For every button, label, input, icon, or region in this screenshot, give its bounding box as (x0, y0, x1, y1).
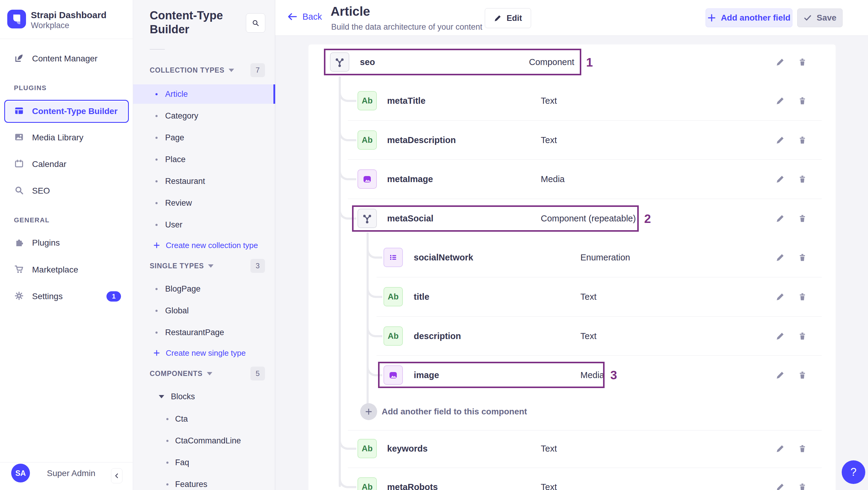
search-icon (14, 185, 24, 196)
edit-field-button[interactable] (774, 251, 786, 264)
pencil-icon (494, 14, 502, 22)
trash-icon (798, 96, 807, 105)
sidebar-item-label: Media Library (32, 133, 84, 143)
text-field-icon: Ab (358, 91, 377, 111)
bullet-icon (155, 115, 158, 117)
edit-field-button[interactable] (774, 442, 786, 455)
field-row-metatitle: Ab metaTitle Text (309, 81, 836, 120)
collection-types-label: COLLECTION TYPES (150, 66, 224, 74)
sidebar-item-review[interactable]: Review (133, 193, 275, 213)
edit-field-button[interactable] (774, 481, 786, 490)
delete-field-button[interactable] (796, 291, 808, 303)
delete-field-button[interactable] (796, 369, 808, 381)
edit-field-button[interactable] (774, 134, 786, 146)
sidebar-item-settings[interactable]: Settings 1 (0, 285, 133, 307)
add-field-to-component-row[interactable]: Add another field to this component (309, 392, 836, 431)
content-type-builder-sidebar: Content-Type Builder COLLECTION TYPES 7 … (133, 0, 275, 490)
edit-field-button[interactable] (774, 173, 786, 185)
sidebar-item-global[interactable]: Global (133, 301, 275, 320)
field-name: title (414, 292, 430, 302)
media-field-icon (358, 170, 377, 189)
create-collection-type-link[interactable]: Create new collection type (133, 236, 275, 255)
edit-field-button[interactable] (774, 291, 786, 303)
sidebar-item-faq[interactable]: Faq (133, 453, 275, 472)
collapse-sidebar-button[interactable] (111, 468, 123, 483)
cart-icon (14, 264, 24, 276)
components-header[interactable]: COMPONENTS (150, 367, 212, 380)
sidebar-item-ctacommandline[interactable]: CtaCommandLine (133, 431, 275, 450)
add-field-to-component-label[interactable]: Add another field to this component (382, 407, 527, 417)
workspace-header[interactable]: Strapi Dashboard Workplace (0, 0, 133, 39)
field-type: Text (580, 292, 596, 302)
text-field-icon: Ab (358, 130, 377, 150)
user-name: Super Admin (47, 468, 95, 478)
annotation-number-2: 2 (644, 212, 651, 226)
sidebar-item-page[interactable]: Page (133, 128, 275, 147)
save-button[interactable]: Save (797, 8, 843, 27)
plus-icon (153, 242, 160, 249)
edit-field-button[interactable] (774, 212, 786, 224)
delete-field-button[interactable] (796, 442, 808, 455)
bullet-icon (155, 310, 158, 312)
delete-field-button[interactable] (796, 330, 808, 342)
sidebar-item-calendar[interactable]: Calendar (0, 153, 133, 175)
sidebar-item-seo[interactable]: SEO (0, 180, 133, 202)
edit-field-button[interactable] (774, 56, 786, 68)
sidebar-item-user[interactable]: User (133, 215, 275, 235)
grid-icon (14, 105, 24, 117)
chevron-down-icon (207, 372, 212, 375)
edit-button[interactable]: Edit (485, 8, 531, 28)
edit-field-button[interactable] (774, 369, 786, 381)
delete-field-button[interactable] (796, 95, 808, 107)
single-types-label: SINGLE TYPES (150, 262, 204, 270)
delete-field-button[interactable] (796, 56, 808, 68)
single-types-header[interactable]: SINGLE TYPES (150, 259, 214, 273)
sidebar-footer-divider (0, 462, 133, 462)
help-button[interactable]: ? (842, 460, 865, 484)
field-row-metasocial: metaSocial Component (repeatable) (309, 199, 836, 238)
trash-icon (798, 214, 807, 223)
delete-field-button[interactable] (796, 251, 808, 264)
field-name: metaTitle (387, 96, 426, 106)
pencil-icon (776, 135, 785, 145)
sidebar-item-article[interactable]: Article (133, 84, 275, 104)
field-row-title: Ab title Text (309, 277, 836, 316)
create-single-type-link[interactable]: Create new single type (133, 343, 275, 363)
trash-icon (798, 292, 807, 301)
sidebar-item-plugins[interactable]: Plugins (0, 232, 133, 254)
delete-field-button[interactable] (796, 481, 808, 490)
delete-field-button[interactable] (796, 212, 808, 224)
collection-types-header[interactable]: COLLECTION TYPES (150, 63, 234, 77)
sidebar-item-features[interactable]: Features (133, 474, 275, 490)
delete-field-button[interactable] (796, 173, 808, 185)
search-button[interactable] (246, 13, 265, 33)
sidebar-item-restaurantpage[interactable]: RestaurantPage (133, 323, 275, 342)
field-row-metadescription: Ab metaDescription Text (309, 120, 836, 160)
sidebar-item-restaurant[interactable]: Restaurant (133, 172, 275, 191)
sidebar-item-cta[interactable]: Cta (133, 409, 275, 429)
sidebar-item-content-type-builder[interactable]: Content-Type Builder (4, 100, 129, 123)
edit-field-button[interactable] (774, 95, 786, 107)
edit-field-button[interactable] (774, 330, 786, 342)
field-name: keywords (387, 444, 428, 454)
sidebar-item-media-library[interactable]: Media Library (0, 127, 133, 149)
main-sidebar: Strapi Dashboard Workplace Content Manag… (0, 0, 133, 490)
sidebar-item-marketplace[interactable]: Marketplace (0, 259, 133, 281)
field-row-description: Ab description Text (309, 316, 836, 356)
bullet-icon (155, 137, 158, 139)
plus-circle-icon[interactable] (360, 403, 377, 420)
sidebar-item-blogpage[interactable]: BlogPage (133, 279, 275, 299)
component-category-blocks[interactable]: Blocks (133, 387, 275, 406)
trash-icon (798, 175, 807, 184)
subnav-title: Content-Type Builder (150, 8, 247, 36)
back-link[interactable]: Back (287, 11, 322, 22)
sidebar-item-category[interactable]: Category (133, 106, 275, 125)
chevron-left-icon (114, 472, 120, 479)
delete-field-button[interactable] (796, 134, 808, 146)
sidebar-item-content-manager[interactable]: Content Manager (0, 48, 133, 69)
sidebar-item-place[interactable]: Place (133, 150, 275, 169)
sidebar-item-label: Settings (32, 292, 63, 301)
arrow-left-icon (287, 11, 298, 22)
add-another-field-button[interactable]: Add another field (706, 8, 793, 27)
avatar[interactable]: SA (11, 464, 30, 483)
